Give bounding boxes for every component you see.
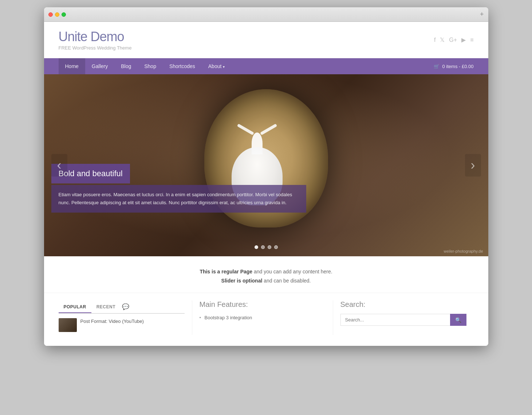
slider-dots — [255, 245, 278, 249]
search-form: 🔍 — [340, 314, 466, 326]
search-button[interactable]: 🔍 — [450, 314, 466, 326]
description-line2: Slider is optional and can be disabled. — [59, 276, 474, 285]
maximize-button[interactable] — [62, 12, 66, 17]
description-line1: This is a regular Page and you can add a… — [59, 267, 474, 276]
features-heading: Main Features: — [200, 300, 326, 309]
nav-item-gallery[interactable]: Gallery — [85, 58, 114, 74]
nav-item-shortcodes[interactable]: Shortcodes — [163, 58, 202, 74]
slider-dot-2[interactable] — [261, 245, 265, 249]
twitter-icon[interactable]: 𝕏 — [440, 36, 445, 43]
nav-link-shop[interactable]: Shop — [138, 58, 163, 74]
slider-dot-4[interactable] — [274, 245, 278, 249]
dropdown-arrow-icon: ▾ — [223, 65, 225, 69]
features-widget: Main Features: Bootstrap 3 integration — [192, 300, 333, 335]
search-widget: Search: 🔍 — [333, 300, 474, 335]
facebook-icon[interactable]: f — [434, 37, 436, 43]
site-description: FREE WordPress Wedding Theme — [59, 45, 132, 51]
nav-item-blog[interactable]: Blog — [114, 58, 138, 74]
nav-item-home[interactable]: Home — [59, 58, 85, 74]
slider-next-button[interactable]: › — [465, 154, 481, 177]
hero-slider: ‹ › Bold and beautiful Etiam vitae posue… — [44, 74, 488, 256]
description-bold-1: This is a regular Page — [200, 269, 252, 274]
post-item: Post Format: Video (YouTube) — [59, 318, 185, 332]
slider-prev-button[interactable]: ‹ — [51, 154, 67, 177]
browser-chrome: + — [44, 7, 488, 22]
nav-link-about[interactable]: About ▾ — [202, 58, 231, 74]
traffic-lights — [48, 12, 66, 17]
cart-label: 0 items - £0.00 — [442, 64, 474, 69]
description-bold-2: Slider is optional — [221, 278, 263, 284]
comment-icon: 💬 — [121, 300, 131, 313]
page-content: Unite Demo FREE WordPress Wedding Theme … — [44, 22, 488, 346]
nav-link-blog[interactable]: Blog — [114, 58, 138, 74]
description-text-2: and can be disabled. — [264, 278, 311, 284]
googleplus-icon[interactable]: G+ — [449, 37, 457, 43]
slider-dot-1[interactable] — [255, 245, 258, 249]
close-button[interactable] — [48, 12, 53, 17]
description-text-1: and you can add any content here. — [254, 269, 332, 274]
feature-list: Bootstrap 3 integration — [200, 314, 326, 321]
tabs-nav: Popular Recent 💬 — [59, 300, 185, 314]
feature-item-1: Bootstrap 3 integration — [200, 314, 326, 321]
bride-arm-right — [260, 124, 277, 135]
browser-window: + Unite Demo FREE WordPress Wedding Them… — [44, 7, 488, 346]
site-navigation: Home Gallery Blog Shop Shortcodes About … — [44, 58, 488, 74]
slider-dot-3[interactable] — [268, 245, 271, 249]
rss-icon[interactable]: ≡ — [470, 37, 473, 43]
nav-menu: Home Gallery Blog Shop Shortcodes About … — [59, 58, 232, 74]
nav-item-shop[interactable]: Shop — [138, 58, 163, 74]
slide-caption: Bold and beautiful Etiam vitae posuere e… — [51, 164, 306, 213]
nav-link-home[interactable]: Home — [59, 58, 85, 74]
search-heading: Search: — [340, 300, 466, 309]
nav-item-about[interactable]: About ▾ — [202, 58, 231, 74]
post-thumb-image — [59, 318, 77, 332]
social-icons: f 𝕏 G+ ▶ ≡ — [434, 36, 474, 43]
post-title-link[interactable]: Post Format: Video (YouTube) — [80, 318, 144, 325]
tab-popular[interactable]: Popular — [59, 301, 91, 313]
site-branding: Unite Demo FREE WordPress Wedding Theme — [59, 29, 132, 51]
nav-link-shortcodes[interactable]: Shortcodes — [163, 58, 202, 74]
nav-link-gallery[interactable]: Gallery — [85, 58, 114, 74]
widget-area: Popular Recent 💬 Post Format: Video (You… — [44, 293, 488, 346]
photo-credit: weiler-photography.de — [444, 249, 483, 253]
tab-recent[interactable]: Recent — [91, 301, 121, 313]
youtube-icon[interactable]: ▶ — [461, 36, 466, 43]
minimize-button[interactable] — [55, 12, 59, 17]
cart-info[interactable]: 🛒 0 items - £0.00 — [434, 64, 474, 69]
slide-text: Etiam vitae posuere eros. Maecenas et lu… — [51, 185, 306, 213]
page-description: This is a regular Page and you can add a… — [44, 256, 488, 293]
site-header: Unite Demo FREE WordPress Wedding Theme … — [44, 22, 488, 58]
cart-icon: 🛒 — [434, 64, 440, 69]
post-thumbnail — [59, 318, 77, 332]
tabs-widget: Popular Recent 💬 Post Format: Video (You… — [59, 300, 192, 335]
new-tab-button[interactable]: + — [480, 11, 484, 18]
search-input[interactable] — [340, 314, 450, 326]
bride-arm-left — [237, 124, 254, 135]
site-title: Unite Demo — [59, 29, 132, 44]
